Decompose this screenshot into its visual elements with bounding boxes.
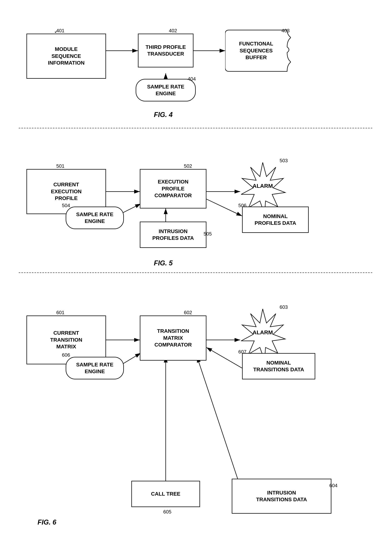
alarm-5-label: ALARM — [253, 183, 273, 189]
ref-603: 603 — [280, 304, 288, 310]
nominal-profiles-label: NOMINAL PROFILES DATA — [255, 213, 296, 227]
call-tree-box: CALL TREE — [131, 481, 200, 507]
svg-line-13 — [197, 357, 242, 492]
sample-rate-engine-4-label: SAMPLE RATE ENGINE — [147, 83, 184, 97]
nominal-transitions-box: NOMINAL TRANSITIONS DATA — [242, 353, 315, 379]
fig4-label: FIG. 4 — [154, 111, 173, 119]
ref-601: 601 — [56, 310, 64, 316]
svg-line-8 — [206, 199, 242, 216]
alarm-6-label: ALARM — [253, 329, 273, 336]
current-exec-profile-label: CURRENT EXECUTION PROFILE — [51, 181, 81, 202]
ref-503: 503 — [280, 158, 288, 164]
module-sequence-label: MODULE SEQUENCE INFORMATION — [48, 46, 85, 66]
ref-402: 402 — [169, 28, 177, 34]
ref-403: 403 — [281, 28, 289, 34]
svg-line-14 — [206, 347, 242, 368]
ref-606: 606 — [62, 352, 70, 358]
transition-matrix-comparator-box: TRANSITION MATRIX COMPARATOR — [140, 316, 206, 361]
fig5-label: FIG. 5 — [154, 259, 173, 267]
intrusion-transitions-box: INTRUSION TRANSITIONS DATA — [232, 479, 331, 514]
module-sequence-box: MODULE SEQUENCE INFORMATION — [26, 34, 106, 79]
ref-602: 602 — [184, 310, 192, 316]
third-profile-box: THIRD PROFILE TRANSDUCER — [138, 34, 194, 67]
call-tree-label: CALL TREE — [151, 491, 180, 497]
sample-rate-engine-5-box: SAMPLE RATE ENGINE — [66, 207, 124, 229]
nominal-transitions-label: NOMINAL TRANSITIONS DATA — [253, 360, 304, 373]
current-transition-matrix-label: CURRENT TRANSITION MATRIX — [50, 330, 82, 350]
ref-505: 505 — [204, 231, 212, 237]
func-seq-buffer-shape: FUNCTIONALSEQUENCESBUFFER — [225, 28, 291, 73]
sample-rate-engine-5-label: SAMPLE RATE ENGINE — [76, 211, 113, 225]
ref-501: 501 — [56, 163, 64, 169]
sample-rate-engine-6-label: SAMPLE RATE ENGINE — [76, 361, 113, 375]
exec-profile-comparator-box: EXECUTION PROFILE COMPARATOR — [140, 169, 206, 208]
sample-rate-engine-4-box: SAMPLE RATE ENGINE — [136, 79, 196, 101]
third-profile-label: THIRD PROFILE TRANSDUCER — [146, 44, 186, 58]
ref-604: 604 — [329, 483, 337, 488]
nominal-profiles-box: NOMINAL PROFILES DATA — [242, 207, 309, 233]
ref-607: 607 — [238, 349, 246, 355]
ref-404: 404 — [188, 76, 196, 82]
fig6-label: FIG. 6 — [38, 518, 56, 526]
intrusion-profiles-box: INTRUSION PROFILES DATA — [140, 221, 206, 248]
ref-502: 502 — [184, 163, 192, 169]
ref-605: 605 — [163, 509, 171, 515]
ref-506: 506 — [238, 203, 246, 208]
ref-504: 504 — [62, 203, 70, 208]
intrusion-profiles-label: INTRUSION PROFILES DATA — [152, 228, 194, 242]
sample-rate-engine-6-box: SAMPLE RATE ENGINE — [66, 357, 124, 379]
intrusion-transitions-label: INTRUSION TRANSITIONS DATA — [256, 489, 307, 503]
exec-profile-comparator-label: EXECUTION PROFILE COMPARATOR — [154, 178, 192, 199]
transition-matrix-comparator-label: TRANSITION MATRIX COMPARATOR — [154, 328, 192, 348]
